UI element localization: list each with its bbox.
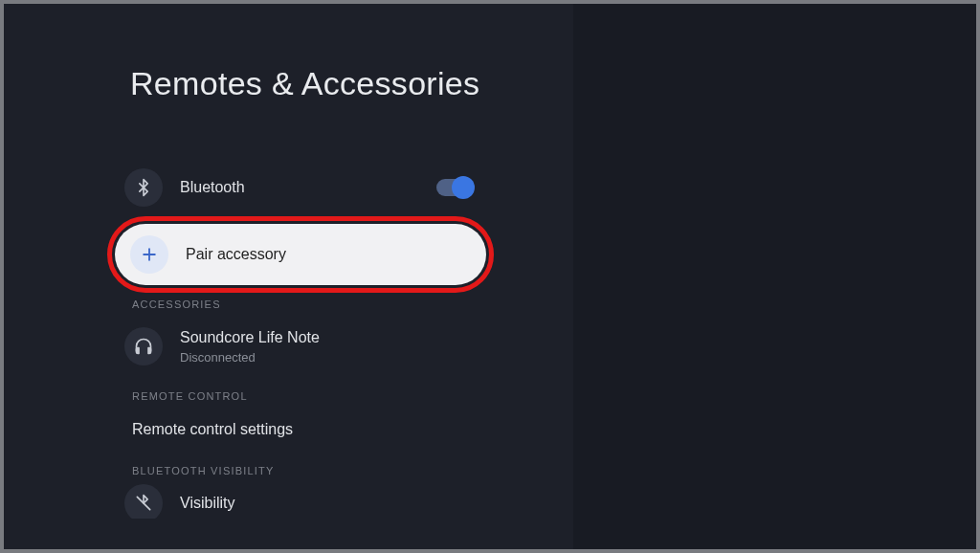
bluetooth-row[interactable]: Bluetooth (109, 157, 492, 218)
bluetooth-icon (124, 168, 163, 207)
pair-accessory-row[interactable]: Pair accessory (115, 224, 486, 285)
toggle-knob (452, 176, 475, 199)
left-panel: Remotes & Accessories Bluetooth (4, 4, 573, 549)
bluetooth-label: Bluetooth (180, 179, 436, 196)
settings-list: Bluetooth Pair accessory (109, 157, 492, 519)
remote-control-settings-row[interactable]: Remote control settings (109, 408, 492, 452)
section-header-remote: REMOTE CONTROL (132, 390, 492, 402)
bluetooth-disabled-icon (124, 484, 163, 519)
settings-screen: Remotes & Accessories Bluetooth (4, 4, 976, 549)
pair-accessory-highlight: Pair accessory (115, 224, 486, 285)
pair-accessory-label: Pair accessory (186, 246, 471, 263)
remote-settings-label: Remote control settings (132, 421, 293, 437)
device-name: Soundcore Life Note (180, 329, 320, 346)
accessory-device-row[interactable]: Soundcore Life Note Disconnected (109, 316, 492, 377)
visibility-label: Visibility (180, 495, 477, 512)
right-panel (573, 4, 976, 549)
plus-icon (130, 235, 168, 274)
section-header-accessories: ACCESSORIES (132, 299, 492, 310)
headphones-icon (124, 327, 163, 365)
bluetooth-toggle[interactable] (436, 179, 473, 196)
page-title: Remotes & Accessories (130, 63, 479, 104)
visibility-row[interactable]: Visibility (109, 482, 492, 519)
device-status: Disconnected (180, 350, 320, 365)
section-header-visibility: BLUETOOTH VISIBILITY (132, 465, 492, 476)
